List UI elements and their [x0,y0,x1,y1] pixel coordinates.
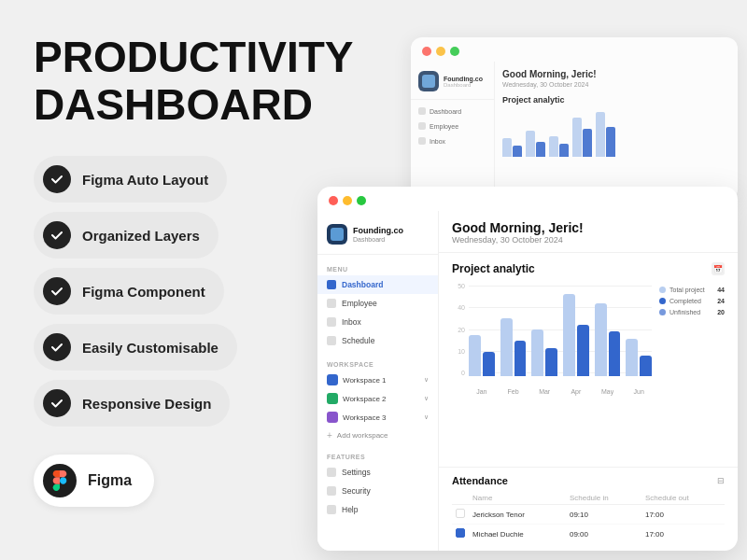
table-row: Michael Duchie 09:00 17:00 [452,525,725,544]
analytics-section: Project analytic 📅 50 40 [439,253,738,467]
bg-greeting: Good Morning, Jeric! [502,69,730,79]
bar-group-mar [531,329,557,376]
bg-nav-dot [418,107,426,115]
grid-label-0: 0 [452,370,465,376]
bg-bar-apr-total [572,118,582,157]
calendar-icon[interactable]: 📅 [712,262,725,275]
month-mar: Mar [531,388,557,395]
sidebar-workspace-label: Workspace [317,356,438,371]
analytics-header: Project analytic 📅 [452,262,725,275]
bg-bar-feb [526,131,545,157]
sidebar-nav-help[interactable]: Help [317,500,438,519]
grid-label-20: 20 [452,327,465,333]
bg-nav-inbox: Inbox [411,133,494,148]
filter-icon[interactable]: ⊟ [717,476,725,485]
tl-yellow-main [343,196,352,205]
chevron-down-icon-2: ∨ [424,395,429,402]
bar-labels: Jan Feb Mar Apr May Jun [469,388,652,395]
tl-red-main [329,196,338,205]
bar-mar-total [531,329,543,376]
row-in-2: 09:00 [566,525,641,544]
sidebar-workspace-1[interactable]: Workspace 1 ∨ [317,371,438,389]
col-schedule-out: Schedule out [641,492,725,505]
legend-count-total: 44 [717,287,725,293]
sidebar-features-label: Features [317,448,438,463]
sidebar-nav-inbox[interactable]: Inbox [317,313,438,331]
bg-app-header: Founding.co Dashboard [411,67,494,100]
attendance-table: Name Schedule in Schedule out Jerickson … [452,492,725,543]
main-app-name: Founding.co [353,226,403,236]
main-card-layout: Founding.co Dashboard Menu Dashboard Emp… [317,211,738,551]
bar-mar-completed [545,348,557,376]
feature-list: Figma Auto Layout Organized Layers Figma… [34,156,289,427]
feature-label: Figma Component [82,284,205,300]
checkbox-1[interactable] [456,509,465,518]
sidebar-nav-employee[interactable]: Employee [317,294,438,313]
bar-jan-completed [483,352,495,376]
main-sidebar: Founding.co Dashboard Menu Dashboard Emp… [317,211,439,551]
bg-bar-mar-total [549,136,558,157]
check-icon [43,165,71,193]
sidebar-workspace-2[interactable]: Workspace 2 ∨ [317,389,438,408]
nav-icon-employee [327,299,336,308]
attendance-section: Attendance ⊟ Name Schedule in Schedule o… [439,467,738,551]
tl-yellow-bg [436,47,445,56]
table-row: Jerickson Tenor 09:10 17:00 [452,505,725,525]
month-jun: Jun [626,388,652,395]
attendance-title: Attendance [452,475,508,486]
bar-may-completed [609,331,621,376]
sidebar-nav-label-inbox: Inbox [342,317,361,327]
sidebar-nav-label-settings: Settings [342,468,371,477]
bg-dashboard-card: Founding.co Dashboard Dashboard Employee… [411,37,738,201]
nav-icon-help [327,505,336,514]
bg-bar-jan-total [502,138,512,157]
legend-unfinished: Unfinished 20 [659,309,725,315]
greeting-text: Good Morning, Jeric! [452,220,725,235]
feature-label: Easily Customisable [82,340,218,356]
sidebar-workspace-3[interactable]: Workspace 3 ∨ [317,408,438,427]
chevron-down-icon-3: ∨ [424,413,429,421]
row-in-1: 09:10 [566,505,641,525]
sidebar-nav-security[interactable]: Security [317,482,438,500]
month-feb: Feb [500,388,527,395]
bg-bar-jan-completed [513,146,522,157]
row-out-1: 17:00 [641,505,725,525]
col-schedule-in: Schedule in [566,492,641,505]
bar-jan-total [469,335,481,376]
sidebar-nav-settings[interactable]: Settings [317,463,438,482]
analytics-title: Project analytic [452,262,535,275]
legend-completed: Completed 24 [659,298,725,304]
row-check-2 [452,525,469,544]
bg-analytics-title: Project analytic [502,95,730,105]
bg-app-name: Founding.co [444,76,483,82]
col-check [452,492,469,505]
sidebar-nav-label-security: Security [342,486,371,496]
row-name-1: Jerickson Tenor [469,505,566,525]
checkbox-2[interactable] [456,528,465,538]
legend-dot-completed [659,298,666,304]
figma-label: Figma [88,472,132,489]
legend-dot-total [659,287,666,293]
row-check-1 [452,505,469,525]
sidebar-nav-dashboard[interactable]: Dashboard [317,275,438,294]
workspace-icon-3 [327,412,338,423]
bar-group-apr [563,294,589,376]
workspace-name-2: Workspace 2 [343,395,387,403]
workspace-name-1: Workspace 1 [343,376,387,385]
bg-card-layout: Founding.co Dashboard Dashboard Employee… [411,62,738,201]
grid-label-10: 10 [452,348,465,355]
bar-jun-completed [640,356,652,376]
sidebar-nav-schedule[interactable]: Schedule [317,331,438,350]
add-workspace-button[interactable]: + Add workspace [317,427,438,444]
sidebar-nav-label-dashboard: Dashboard [342,280,383,289]
figma-icon [43,464,77,497]
bar-group-feb [500,318,527,376]
legend-count-unfinished: 20 [717,309,725,315]
bg-nav-dashboard: Dashboard [411,104,494,119]
main-dashboard-card: Founding.co Dashboard Menu Dashboard Emp… [317,187,738,551]
nav-icon-schedule [327,336,336,345]
row-out-2: 17:00 [641,525,725,544]
main-title: PRODUCTIVITY DASHBOARD [34,34,289,128]
sidebar-nav-label-employee: Employee [342,299,377,308]
legend-label-completed: Completed [669,298,701,304]
